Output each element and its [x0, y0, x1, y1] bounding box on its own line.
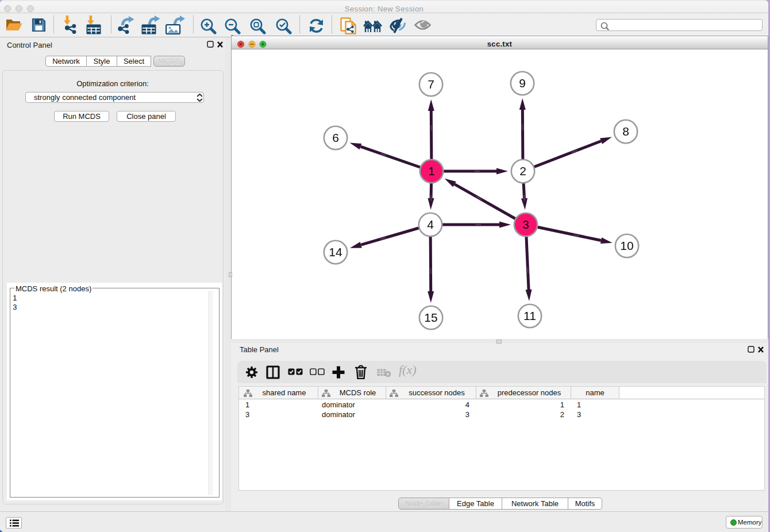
- svg-text:7: 7: [428, 78, 434, 91]
- svg-text:4: 4: [427, 218, 434, 231]
- svg-text:14: 14: [329, 245, 342, 259]
- svg-text:2: 2: [519, 164, 526, 178]
- svg-text:15: 15: [424, 311, 437, 324]
- svg-text:1: 1: [428, 164, 435, 178]
- svg-text:10: 10: [620, 239, 633, 252]
- svg-text:3: 3: [522, 218, 529, 231]
- svg-text:11: 11: [523, 309, 536, 322]
- svg-text:6: 6: [332, 131, 339, 144]
- svg-text:9: 9: [519, 76, 526, 90]
- svg-text:8: 8: [622, 125, 629, 138]
